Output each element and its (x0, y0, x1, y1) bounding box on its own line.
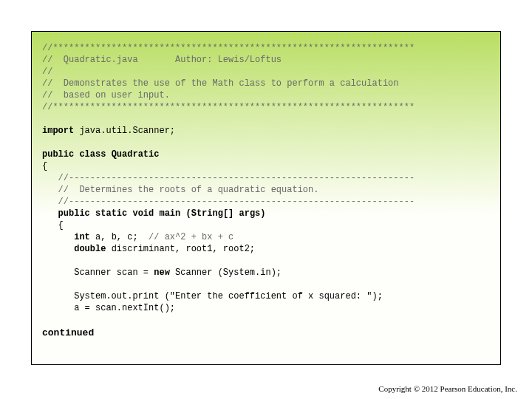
keyword-class: class (74, 149, 111, 160)
continued-label: continued (42, 327, 491, 338)
inner-comment: // Determines the roots of a quadratic e… (42, 185, 318, 195)
comment-header-file: // Quadratic.java Author: Lewis/Loftus (42, 55, 282, 65)
vars-rest: a, b, c; (90, 232, 149, 242)
lbrace: { (42, 161, 47, 171)
copyright: Copyright © 2012 Pearson Education, Inc. (378, 384, 517, 393)
code-box: //**************************************… (31, 31, 501, 365)
vars-pre (42, 232, 74, 242)
keyword-public2: public (58, 208, 90, 219)
keyword-static: static (90, 208, 127, 219)
inner-div-bot: //--------------------------------------… (42, 197, 415, 207)
read-line: a = scan.nextInt(); (42, 303, 175, 313)
comment-divider-top: //**************************************… (42, 43, 415, 53)
keyword-int: int (74, 232, 90, 242)
code-listing: //**************************************… (42, 42, 491, 314)
comment-desc1: // Demonstrates the use of the Math clas… (42, 78, 398, 89)
main-lbrace: { (42, 220, 64, 231)
double-rest: discriminant, root1, root2; (106, 244, 255, 254)
comment-blank: // (42, 66, 52, 77)
double-pre (42, 244, 74, 254)
print-line: System.out.print ("Enter the coefficient… (42, 291, 383, 301)
slide: //**************************************… (0, 0, 532, 399)
comment-desc2: // based on user input. (42, 90, 170, 100)
keyword-void: void (127, 208, 154, 219)
inner-div-top: //--------------------------------------… (42, 173, 415, 183)
keyword-double: double (74, 244, 106, 254)
main-pre (42, 208, 58, 219)
class-name: Quadratic (112, 149, 160, 160)
keyword-new: new (154, 267, 170, 278)
import-rest: java.util.Scanner; (74, 126, 175, 136)
scanner-pre: Scanner scan = (42, 267, 154, 278)
keyword-import: import (42, 126, 74, 136)
comment-divider-bot: //**************************************… (42, 102, 415, 112)
keyword-public: public (42, 149, 74, 160)
scanner-rest: Scanner (System.in); (170, 267, 282, 278)
main-name: main (String[] args) (154, 208, 265, 219)
vars-comment: // ax^2 + bx + c (149, 232, 233, 242)
